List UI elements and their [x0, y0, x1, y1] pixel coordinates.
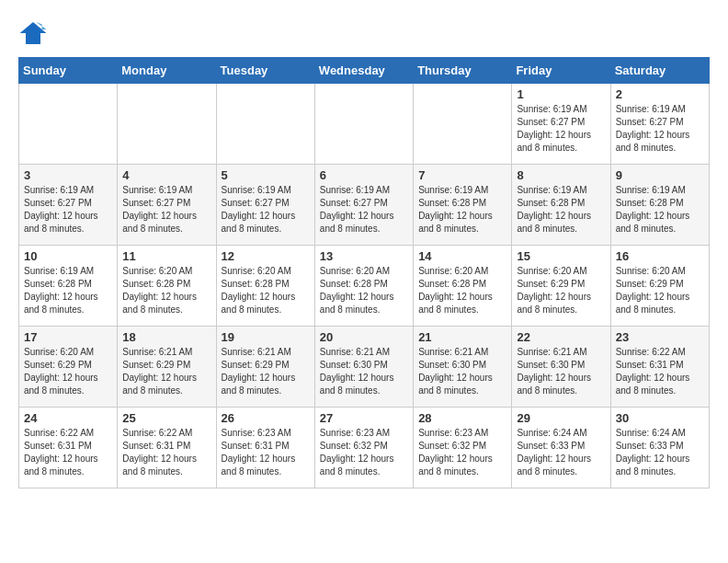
- calendar-week-row: 10Sunrise: 6:19 AMSunset: 6:28 PMDayligh…: [19, 246, 710, 327]
- day-number: 2: [616, 87, 704, 101]
- day-number: 19: [222, 330, 310, 344]
- day-number: 9: [616, 168, 704, 182]
- day-number: 8: [517, 168, 605, 182]
- day-number: 25: [122, 411, 210, 425]
- calendar-day-cell: 23Sunrise: 6:22 AMSunset: 6:31 PMDayligh…: [610, 327, 709, 408]
- calendar-day-cell: 27Sunrise: 6:23 AMSunset: 6:32 PMDayligh…: [314, 408, 413, 488]
- day-info: Sunrise: 6:19 AMSunset: 6:27 PMDaylight:…: [122, 184, 210, 236]
- calendar-day-cell: [19, 84, 118, 165]
- day-info: Sunrise: 6:24 AMSunset: 6:33 PMDaylight:…: [517, 427, 605, 478]
- calendar-day-cell: 22Sunrise: 6:21 AMSunset: 6:30 PMDayligh…: [512, 327, 610, 408]
- day-number: 10: [24, 249, 112, 263]
- calendar-day-cell: 9Sunrise: 6:19 AMSunset: 6:28 PMDaylight…: [610, 165, 709, 246]
- day-number: 27: [320, 411, 408, 425]
- day-info: Sunrise: 6:19 AMSunset: 6:27 PMDaylight:…: [24, 184, 112, 236]
- day-info: Sunrise: 6:23 AMSunset: 6:32 PMDaylight:…: [418, 427, 506, 478]
- day-number: 3: [24, 168, 112, 182]
- day-number: 26: [222, 411, 310, 425]
- weekday-header: Tuesday: [216, 58, 314, 84]
- day-number: 28: [418, 411, 506, 425]
- calendar-day-cell: [216, 84, 314, 165]
- day-number: 15: [517, 249, 605, 263]
- calendar-day-cell: 14Sunrise: 6:20 AMSunset: 6:28 PMDayligh…: [414, 246, 512, 327]
- calendar-day-cell: 7Sunrise: 6:19 AMSunset: 6:28 PMDaylight…: [414, 165, 512, 246]
- calendar-day-cell: 5Sunrise: 6:19 AMSunset: 6:27 PMDaylight…: [216, 165, 314, 246]
- weekday-header: Friday: [512, 58, 610, 84]
- calendar-day-cell: 2Sunrise: 6:19 AMSunset: 6:27 PMDaylight…: [610, 84, 709, 165]
- day-info: Sunrise: 6:21 AMSunset: 6:30 PMDaylight:…: [517, 346, 605, 397]
- calendar-day-cell: 6Sunrise: 6:19 AMSunset: 6:27 PMDaylight…: [314, 165, 413, 246]
- day-number: 23: [616, 330, 704, 344]
- day-number: 22: [517, 330, 605, 344]
- calendar-day-cell: [118, 84, 216, 165]
- day-info: Sunrise: 6:20 AMSunset: 6:28 PMDaylight:…: [222, 265, 310, 316]
- calendar-day-cell: 12Sunrise: 6:20 AMSunset: 6:28 PMDayligh…: [216, 246, 314, 327]
- day-info: Sunrise: 6:19 AMSunset: 6:27 PMDaylight:…: [616, 103, 704, 155]
- weekday-header: Monday: [118, 58, 216, 84]
- day-info: Sunrise: 6:19 AMSunset: 6:27 PMDaylight:…: [517, 103, 605, 155]
- calendar-day-cell: [414, 84, 512, 165]
- calendar-week-row: 17Sunrise: 6:20 AMSunset: 6:29 PMDayligh…: [19, 327, 710, 408]
- day-info: Sunrise: 6:20 AMSunset: 6:28 PMDaylight:…: [320, 265, 408, 316]
- day-info: Sunrise: 6:19 AMSunset: 6:27 PMDaylight:…: [222, 184, 310, 236]
- day-info: Sunrise: 6:21 AMSunset: 6:29 PMDaylight:…: [122, 346, 210, 397]
- day-info: Sunrise: 6:19 AMSunset: 6:27 PMDaylight:…: [320, 184, 408, 236]
- calendar-day-cell: 8Sunrise: 6:19 AMSunset: 6:28 PMDaylight…: [512, 165, 610, 246]
- day-info: Sunrise: 6:23 AMSunset: 6:32 PMDaylight:…: [320, 427, 408, 478]
- day-number: 21: [418, 330, 506, 344]
- calendar-day-cell: 18Sunrise: 6:21 AMSunset: 6:29 PMDayligh…: [118, 327, 216, 408]
- day-info: Sunrise: 6:22 AMSunset: 6:31 PMDaylight:…: [24, 427, 112, 478]
- day-info: Sunrise: 6:19 AMSunset: 6:28 PMDaylight:…: [418, 184, 506, 236]
- day-number: 4: [122, 168, 210, 182]
- calendar-day-cell: 20Sunrise: 6:21 AMSunset: 6:30 PMDayligh…: [314, 327, 413, 408]
- calendar-day-cell: [314, 84, 413, 165]
- calendar-header-row: SundayMondayTuesdayWednesdayThursdayFrid…: [19, 58, 710, 84]
- day-info: Sunrise: 6:20 AMSunset: 6:29 PMDaylight:…: [517, 265, 605, 316]
- calendar-day-cell: 28Sunrise: 6:23 AMSunset: 6:32 PMDayligh…: [414, 408, 512, 488]
- calendar-day-cell: 21Sunrise: 6:21 AMSunset: 6:30 PMDayligh…: [414, 327, 512, 408]
- weekday-header: Saturday: [610, 58, 709, 84]
- day-number: 13: [320, 249, 408, 263]
- day-number: 11: [122, 249, 210, 263]
- day-number: 12: [222, 249, 310, 263]
- day-info: Sunrise: 6:19 AMSunset: 6:28 PMDaylight:…: [616, 184, 704, 236]
- calendar-day-cell: 13Sunrise: 6:20 AMSunset: 6:28 PMDayligh…: [314, 246, 413, 327]
- calendar-day-cell: 24Sunrise: 6:22 AMSunset: 6:31 PMDayligh…: [19, 408, 118, 488]
- day-number: 17: [24, 330, 112, 344]
- day-info: Sunrise: 6:20 AMSunset: 6:28 PMDaylight:…: [418, 265, 506, 316]
- weekday-header: Thursday: [414, 58, 512, 84]
- day-info: Sunrise: 6:20 AMSunset: 6:28 PMDaylight:…: [122, 265, 210, 316]
- day-number: 5: [222, 168, 310, 182]
- calendar-day-cell: 19Sunrise: 6:21 AMSunset: 6:29 PMDayligh…: [216, 327, 314, 408]
- day-info: Sunrise: 6:21 AMSunset: 6:30 PMDaylight:…: [418, 346, 506, 397]
- calendar-day-cell: 25Sunrise: 6:22 AMSunset: 6:31 PMDayligh…: [118, 408, 216, 488]
- day-info: Sunrise: 6:20 AMSunset: 6:29 PMDaylight:…: [616, 265, 704, 316]
- calendar-week-row: 1Sunrise: 6:19 AMSunset: 6:27 PMDaylight…: [19, 84, 710, 165]
- day-info: Sunrise: 6:24 AMSunset: 6:33 PMDaylight:…: [616, 427, 704, 478]
- calendar-day-cell: 3Sunrise: 6:19 AMSunset: 6:27 PMDaylight…: [19, 165, 118, 246]
- calendar-day-cell: 16Sunrise: 6:20 AMSunset: 6:29 PMDayligh…: [610, 246, 709, 327]
- calendar-week-row: 24Sunrise: 6:22 AMSunset: 6:31 PMDayligh…: [19, 408, 710, 488]
- calendar-day-cell: 11Sunrise: 6:20 AMSunset: 6:28 PMDayligh…: [118, 246, 216, 327]
- day-info: Sunrise: 6:19 AMSunset: 6:28 PMDaylight:…: [517, 184, 605, 236]
- day-info: Sunrise: 6:22 AMSunset: 6:31 PMDaylight:…: [616, 346, 704, 397]
- logo-icon: [18, 18, 48, 48]
- day-number: 1: [517, 87, 605, 101]
- logo: [18, 18, 51, 48]
- calendar-week-row: 3Sunrise: 6:19 AMSunset: 6:27 PMDaylight…: [19, 165, 710, 246]
- day-number: 7: [418, 168, 506, 182]
- day-info: Sunrise: 6:21 AMSunset: 6:29 PMDaylight:…: [222, 346, 310, 397]
- day-number: 20: [320, 330, 408, 344]
- day-number: 29: [517, 411, 605, 425]
- calendar: SundayMondayTuesdayWednesdayThursdayFrid…: [18, 57, 710, 488]
- day-info: Sunrise: 6:21 AMSunset: 6:30 PMDaylight:…: [320, 346, 408, 397]
- day-number: 24: [24, 411, 112, 425]
- calendar-day-cell: 10Sunrise: 6:19 AMSunset: 6:28 PMDayligh…: [19, 246, 118, 327]
- day-number: 14: [418, 249, 506, 263]
- page-header: [18, 18, 710, 48]
- day-info: Sunrise: 6:20 AMSunset: 6:29 PMDaylight:…: [24, 346, 112, 397]
- calendar-day-cell: 29Sunrise: 6:24 AMSunset: 6:33 PMDayligh…: [512, 408, 610, 488]
- day-number: 18: [122, 330, 210, 344]
- calendar-day-cell: 26Sunrise: 6:23 AMSunset: 6:31 PMDayligh…: [216, 408, 314, 488]
- weekday-header: Wednesday: [314, 58, 413, 84]
